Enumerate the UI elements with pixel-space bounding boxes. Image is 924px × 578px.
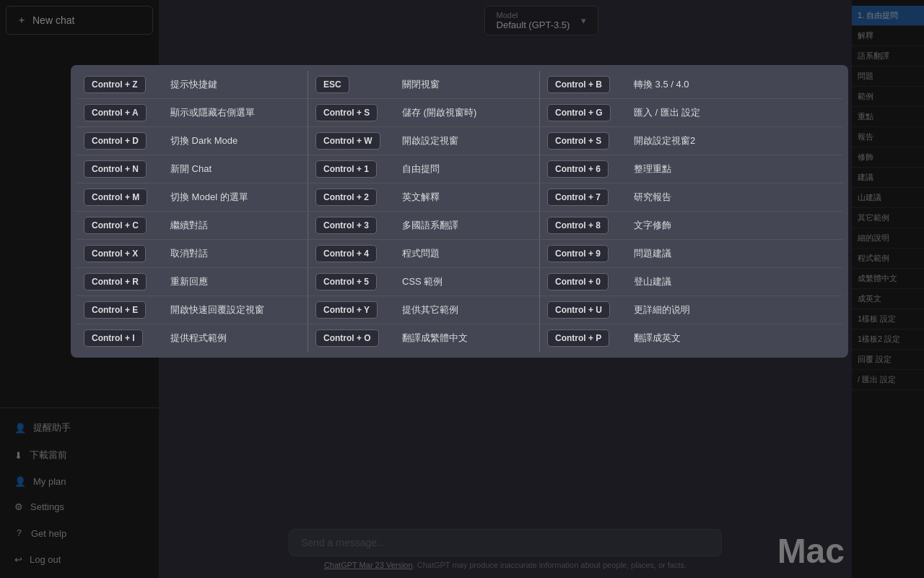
key-badge: Control + E bbox=[84, 301, 146, 319]
table-row: Control + N新開 ChatControl + 1自由提問Control… bbox=[77, 155, 842, 184]
key-cell: Control + C bbox=[77, 212, 163, 240]
key-badge: Control + G bbox=[547, 104, 611, 121]
desc-cell: 切換 Dark Mode bbox=[163, 127, 308, 155]
key-cell: Control + G bbox=[540, 99, 627, 127]
desc-cell: 整理重點 bbox=[627, 155, 842, 184]
desc-cell: 文字修飾 bbox=[627, 212, 842, 240]
key-badge: Control + 5 bbox=[315, 273, 377, 290]
key-badge: Control + 7 bbox=[547, 189, 609, 206]
key-cell: Control + S bbox=[540, 127, 627, 155]
key-cell: Control + I bbox=[77, 324, 163, 353]
key-badge: Control + 4 bbox=[315, 245, 377, 262]
key-badge: Control + O bbox=[315, 329, 379, 347]
table-row: Control + X取消對話Control + 4程式問題Control + … bbox=[77, 240, 842, 268]
key-cell: Control + E bbox=[77, 296, 163, 324]
key-badge: Control + D bbox=[84, 132, 147, 150]
desc-cell: 取消對話 bbox=[163, 240, 308, 268]
key-badge: Control + C bbox=[84, 217, 147, 234]
key-cell: ESC bbox=[308, 71, 395, 99]
desc-cell: 提供其它範例 bbox=[395, 296, 539, 324]
key-badge: Control + 9 bbox=[547, 245, 609, 262]
desc-cell: 關閉視窗 bbox=[395, 71, 539, 99]
desc-cell: 顯示或隱藏右側選單 bbox=[163, 99, 308, 127]
key-badge: ESC bbox=[315, 76, 349, 93]
key-cell: Control + U bbox=[540, 296, 627, 324]
desc-cell: 程式問題 bbox=[395, 240, 539, 268]
key-badge: Control + 3 bbox=[315, 217, 377, 234]
table-row: Control + E開啟快速回覆設定視窗Control + Y提供其它範例Co… bbox=[77, 296, 842, 324]
desc-cell: 匯入 / 匯出 設定 bbox=[627, 99, 842, 127]
key-badge: Control + S bbox=[547, 132, 609, 150]
key-cell: Control + 8 bbox=[540, 212, 627, 240]
key-badge: Control + W bbox=[315, 132, 380, 150]
key-badge: Control + 6 bbox=[547, 160, 609, 178]
desc-cell: 儲存 (開啟視窗時) bbox=[395, 99, 539, 127]
desc-cell: CSS 範例 bbox=[395, 268, 539, 296]
desc-cell: 開啟快速回覆設定視窗 bbox=[163, 296, 308, 324]
key-cell: Control + B bbox=[540, 71, 627, 99]
key-cell: Control + 9 bbox=[540, 240, 627, 268]
key-badge: Control + 8 bbox=[547, 217, 609, 234]
key-cell: Control + O bbox=[308, 324, 395, 353]
key-badge: Control + I bbox=[84, 329, 143, 347]
desc-cell: 切換 Model 的選單 bbox=[163, 184, 308, 212]
key-cell: Control + R bbox=[77, 268, 163, 296]
key-badge: Control + 0 bbox=[547, 273, 609, 290]
key-cell: Control + 6 bbox=[540, 155, 627, 184]
desc-cell: 多國語系翻譯 bbox=[395, 212, 539, 240]
desc-cell: 新開 Chat bbox=[163, 155, 308, 184]
table-row: Control + A顯示或隱藏右側選單Control + S儲存 (開啟視窗時… bbox=[77, 99, 842, 127]
desc-cell: 英文解釋 bbox=[395, 184, 539, 212]
desc-cell: 提示快捷鍵 bbox=[163, 71, 308, 99]
key-cell: Control + P bbox=[540, 324, 627, 353]
key-cell: Control + A bbox=[77, 99, 163, 127]
table-row: Control + D切換 Dark ModeControl + W開啟設定視窗… bbox=[77, 127, 842, 155]
key-cell: Control + S bbox=[308, 99, 395, 127]
key-badge: Control + U bbox=[547, 301, 610, 319]
desc-cell: 開啟設定視窗 bbox=[395, 127, 539, 155]
table-row: Control + R重新回應Control + 5CSS 範例Control … bbox=[77, 268, 842, 296]
key-badge: Control + Y bbox=[315, 301, 378, 319]
key-cell: Control + 4 bbox=[308, 240, 395, 268]
key-cell: Control + M bbox=[77, 184, 163, 212]
desc-cell: 研究報告 bbox=[627, 184, 842, 212]
key-cell: Control + Y bbox=[308, 296, 395, 324]
key-badge: Control + X bbox=[84, 245, 146, 262]
desc-cell: 重新回應 bbox=[163, 268, 308, 296]
desc-cell: 問題建議 bbox=[627, 240, 842, 268]
key-badge: Control + 1 bbox=[315, 160, 377, 178]
desc-cell: 開啟設定視窗2 bbox=[627, 127, 842, 155]
key-cell: Control + 2 bbox=[308, 184, 395, 212]
key-cell: Control + D bbox=[77, 127, 163, 155]
key-cell: Control + 7 bbox=[540, 184, 627, 212]
key-cell: Control + 3 bbox=[308, 212, 395, 240]
desc-cell: 提供程式範例 bbox=[163, 324, 308, 353]
table-row: Control + C繼續對話Control + 3多國語系翻譯Control … bbox=[77, 212, 842, 240]
key-badge: Control + N bbox=[84, 160, 147, 178]
table-row: Control + I提供程式範例Control + O翻譯成繁體中文Contr… bbox=[77, 324, 842, 353]
desc-cell: 轉換 3.5 / 4.0 bbox=[627, 71, 842, 99]
key-badge: Control + P bbox=[547, 329, 609, 347]
key-badge: Control + B bbox=[547, 76, 610, 93]
key-cell: Control + W bbox=[308, 127, 395, 155]
key-cell: Control + 0 bbox=[540, 268, 627, 296]
shortcuts-table: Control + Z提示快捷鍵ESC關閉視窗Control + B轉換 3.5… bbox=[77, 71, 842, 352]
key-cell: Control + X bbox=[77, 240, 163, 268]
key-badge: Control + M bbox=[84, 189, 147, 206]
key-cell: Control + 5 bbox=[308, 268, 395, 296]
key-cell: Control + N bbox=[77, 155, 163, 184]
desc-cell: 自由提問 bbox=[395, 155, 539, 184]
desc-cell: 登山建議 bbox=[627, 268, 842, 296]
shortcuts-modal: Control + Z提示快捷鍵ESC關閉視窗Control + B轉換 3.5… bbox=[71, 65, 848, 358]
key-cell: Control + Z bbox=[77, 71, 163, 99]
desc-cell: 翻譯成繁體中文 bbox=[395, 324, 539, 353]
key-badge: Control + 2 bbox=[315, 189, 377, 206]
key-badge: Control + S bbox=[315, 104, 378, 121]
desc-cell: 翻譯成英文 bbox=[627, 324, 842, 353]
key-cell: Control + 1 bbox=[308, 155, 395, 184]
table-row: Control + M切換 Model 的選單Control + 2英文解釋Co… bbox=[77, 184, 842, 212]
table-row: Control + Z提示快捷鍵ESC關閉視窗Control + B轉換 3.5… bbox=[77, 71, 842, 99]
desc-cell: 更詳細的说明 bbox=[627, 296, 842, 324]
desc-cell: 繼續對話 bbox=[163, 212, 308, 240]
key-badge: Control + R bbox=[84, 273, 147, 290]
